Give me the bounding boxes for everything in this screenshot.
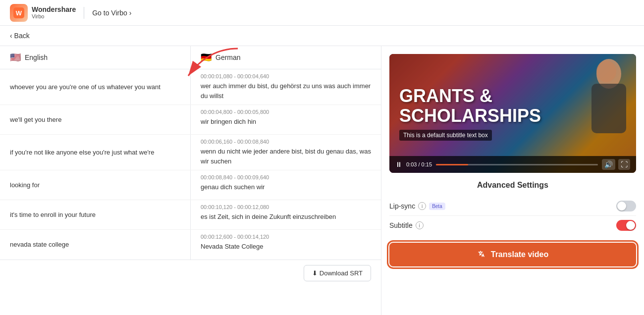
lipsync-label: Lip-sync	[389, 202, 415, 210]
transcript-table: whoever you are you're one of us whateve…	[0, 69, 381, 260]
time-display: 0:03 / 0:15	[406, 161, 432, 167]
cell-english-3: looking for	[0, 170, 191, 200]
cell-german-3: 00:00:08,840 - 00:00:09,640 genau dich s…	[191, 170, 381, 200]
video-player: GRANTS & SCHOLARSHIPS This is a default …	[389, 54, 636, 173]
video-background: GRANTS & SCHOLARSHIPS This is a default …	[389, 54, 636, 173]
progress-bar[interactable]	[436, 164, 598, 165]
progress-fill	[436, 164, 468, 165]
app-header: W Wondershare Virbo Go to Virbo ›	[0, 0, 644, 26]
translate-icon	[477, 250, 487, 260]
table-row: nevada state college 00:00:12,600 - 00:0…	[0, 230, 381, 260]
logo-text: Wondershare Virbo	[32, 5, 76, 20]
subtitle-label: Subtitle	[389, 221, 413, 229]
cell-english-1: we'll get you there	[0, 105, 191, 134]
main-layout: 🇺🇸 English 🇩🇪 German whoever you are you…	[0, 46, 644, 315]
german-label: German	[215, 53, 241, 61]
column-headers: 🇺🇸 English 🇩🇪 German	[0, 46, 381, 69]
volume-icon[interactable]: 🔊	[602, 159, 615, 170]
english-column-header: 🇺🇸 English	[0, 46, 191, 69]
right-panel: GRANTS & SCHOLARSHIPS This is a default …	[381, 46, 644, 315]
table-row: it's time to enroll in your future 00:00…	[0, 200, 381, 230]
video-title: GRANTS & SCHOLARSHIPS	[399, 86, 626, 125]
cell-german-2: 00:00:06,160 - 00:00:08,840 wenn du nich…	[191, 135, 381, 170]
translate-video-button[interactable]: Translate video	[389, 243, 636, 266]
cell-german-4: 00:00:10,120 - 00:00:12,080 es ist Zeit,…	[191, 200, 381, 229]
table-row: whoever you are you're one of us whateve…	[0, 69, 381, 105]
video-content: GRANTS & SCHOLARSHIPS This is a default …	[389, 76, 636, 150]
download-srt-label: ⬇ Download SRT	[312, 269, 363, 277]
left-panel: 🇺🇸 English 🇩🇪 German whoever you are you…	[0, 46, 381, 315]
svg-text:W: W	[16, 9, 22, 17]
logo-area: W Wondershare Virbo	[10, 4, 76, 22]
german-flag: 🇩🇪	[201, 52, 212, 63]
cell-english-0: whoever you are you're one of us whateve…	[0, 69, 191, 105]
subtitle-label-area: Subtitle i	[389, 221, 424, 229]
table-row: if you're not like anyone else you're ju…	[0, 135, 381, 170]
advanced-settings: Advanced Settings Lip-sync i Beta Subtit…	[389, 181, 636, 235]
video-controls: ⏸ 0:03 / 0:15 🔊 ⛶	[389, 156, 636, 173]
download-area: ⬇ Download SRT	[0, 260, 381, 286]
english-label: English	[25, 53, 48, 61]
table-row: looking for 00:00:08,840 - 00:00:09,640 …	[0, 170, 381, 200]
back-nav[interactable]: ‹ Back	[0, 26, 644, 46]
cell-german-0: 00:00:01,080 - 00:00:04,640 wer auch imm…	[191, 69, 381, 105]
cell-english-4: it's time to enroll in your future	[0, 200, 191, 229]
settings-title: Advanced Settings	[389, 181, 636, 190]
subtitle-info-icon[interactable]: i	[416, 221, 424, 229]
pause-button[interactable]: ⏸	[395, 160, 402, 168]
translate-label: Translate video	[491, 250, 549, 259]
cell-english-2: if you're not like anyone else you're ju…	[0, 135, 191, 170]
download-srt-button[interactable]: ⬇ Download SRT	[304, 265, 371, 281]
header-divider	[84, 7, 84, 19]
lipsync-label-area: Lip-sync i Beta	[389, 202, 445, 210]
cell-german-5: 00:00:12,600 - 00:00:14,120 Nevada State…	[191, 230, 381, 260]
goto-virbo-link[interactable]: Go to Virbo ›	[92, 9, 131, 17]
video-controls-right: 🔊 ⛶	[602, 159, 630, 170]
cell-english-5: nevada state college	[0, 230, 191, 260]
lipsync-info-icon[interactable]: i	[418, 202, 426, 210]
english-flag: 🇺🇸	[10, 52, 21, 63]
subtitle-row: Subtitle i	[389, 216, 636, 235]
cell-german-1: 00:00:04,800 - 00:00:05,800 wir bringen …	[191, 105, 381, 134]
lipsync-toggle-knob	[617, 202, 626, 210]
video-subtitle-box: This is a default subtitle text box	[399, 130, 492, 141]
subtitle-toggle[interactable]	[616, 220, 636, 231]
lipsync-toggle[interactable]	[616, 201, 636, 211]
beta-badge: Beta	[429, 203, 445, 210]
logo-icon: W	[10, 4, 28, 22]
german-column-header: 🇩🇪 German	[191, 46, 381, 69]
fullscreen-icon[interactable]: ⛶	[618, 159, 630, 170]
subtitle-toggle-knob	[626, 221, 635, 230]
table-row: we'll get you there 00:00:04,800 - 00:00…	[0, 105, 381, 135]
lipsync-row: Lip-sync i Beta	[389, 197, 636, 216]
back-label: ‹ Back	[10, 32, 30, 40]
